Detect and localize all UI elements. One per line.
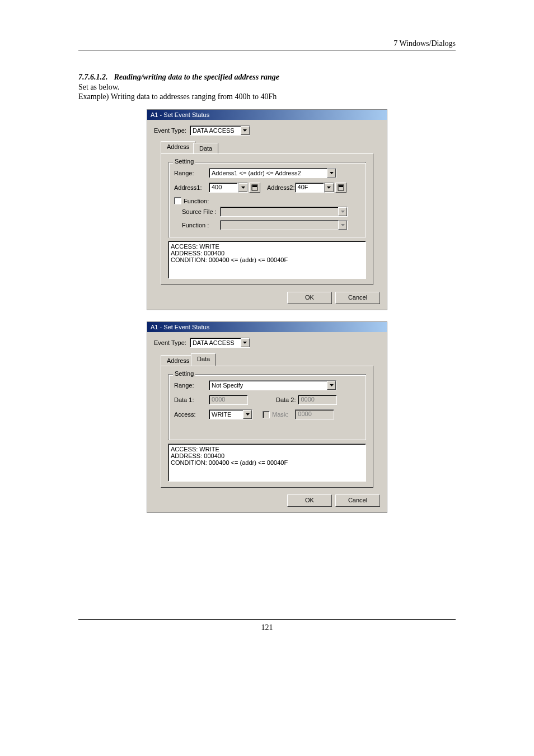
address2-label: Address2: <box>267 184 295 191</box>
header-rule <box>78 50 456 50</box>
data1-label: Data 1: <box>174 396 209 403</box>
chevron-down-icon[interactable] <box>243 410 252 419</box>
function-checkbox[interactable] <box>174 197 181 204</box>
event-type-select[interactable]: DATA ACCESS <box>190 338 250 348</box>
calculator-icon[interactable] <box>335 183 346 193</box>
chevron-down-icon[interactable] <box>325 183 334 192</box>
address1-label: Address1: <box>174 184 209 191</box>
event-type-label: Event Type: <box>154 127 186 134</box>
header-chapter: 7 Windows/Dialogs <box>78 39 456 48</box>
dialog-address-tab: A1 - Set Event Status Event Type: DATA A… <box>147 109 387 310</box>
cancel-button[interactable]: Cancel <box>335 292 380 304</box>
section-number: 7.7.6.1.2. <box>78 73 112 82</box>
tab-data[interactable]: Data <box>191 353 216 366</box>
dialog-titlebar: A1 - Set Event Status <box>147 110 387 120</box>
mask-checkbox <box>263 411 270 418</box>
function-select <box>220 220 348 230</box>
access-select[interactable]: WRITE <box>209 409 252 419</box>
event-type-select[interactable]: DATA ACCESS <box>190 125 250 136</box>
address1-input[interactable]: 400 <box>209 183 238 193</box>
chevron-down-icon <box>338 207 347 216</box>
chevron-down-icon[interactable] <box>241 338 250 347</box>
range-label: Range: <box>174 170 209 176</box>
dialog-titlebar: A1 - Set Event Status <box>147 322 387 332</box>
event-type-value: DATA ACCESS <box>190 339 241 346</box>
chevron-down-icon[interactable] <box>238 183 247 192</box>
ok-button[interactable]: OK <box>287 494 332 507</box>
mask-input: 0000 <box>295 409 334 419</box>
address2-unit-select[interactable] <box>324 183 334 193</box>
access-label: Access: <box>174 411 209 418</box>
range-select[interactable]: Adderss1 <= (addr) <= Address2 <box>209 168 336 178</box>
access-value: WRITE <box>209 411 243 418</box>
range-value: Adderss1 <= (addr) <= Address2 <box>209 170 327 176</box>
paragraph-line-1: Set as below. <box>78 83 456 92</box>
tab-address[interactable]: Address <box>161 355 195 366</box>
group-title: Setting <box>173 158 195 165</box>
range-value: Not Specify <box>209 382 327 389</box>
function-label: Function : <box>182 222 220 228</box>
dialog-data-tab: A1 - Set Event Status Event Type: DATA A… <box>147 321 387 513</box>
footer-rule <box>78 619 456 620</box>
chevron-down-icon[interactable] <box>241 126 250 135</box>
data2-input: 0000 <box>298 395 337 405</box>
section-title: Reading/writing data to the specified ad… <box>114 73 280 81</box>
page-number: 121 <box>78 623 456 632</box>
event-type-label: Event Type: <box>154 339 186 346</box>
mask-label: Mask: <box>272 411 288 418</box>
calculator-icon[interactable] <box>249 183 260 193</box>
svg-rect-1 <box>252 185 257 187</box>
ok-button[interactable]: OK <box>287 292 332 304</box>
source-file-select <box>220 207 348 217</box>
data2-label: Data 2: <box>276 396 296 403</box>
range-label: Range: <box>174 382 209 389</box>
tab-address[interactable]: Address <box>161 141 195 153</box>
tab-data[interactable]: Data <box>193 143 218 153</box>
chevron-down-icon <box>338 221 347 230</box>
address1-unit-select[interactable] <box>238 183 248 193</box>
data1-input: 0000 <box>209 395 248 405</box>
function-check-label: Function: <box>184 198 209 204</box>
chevron-down-icon[interactable] <box>327 169 336 178</box>
summary-box: ACCESS: WRITE ADDRESS: 000400 CONDITION:… <box>168 444 366 482</box>
group-title: Setting <box>173 370 195 377</box>
paragraph-line-2: Example) Writing data to addresses rangi… <box>78 92 456 101</box>
range-select[interactable]: Not Specify <box>209 380 336 390</box>
summary-box: ACCESS: WRITE ADDRESS: 000400 CONDITION:… <box>168 241 366 279</box>
chevron-down-icon[interactable] <box>327 381 336 390</box>
section-heading: 7.7.6.1.2. Reading/writing data to the s… <box>78 73 456 82</box>
source-file-label: Source File : <box>182 208 220 215</box>
svg-rect-3 <box>339 185 343 187</box>
event-type-value: DATA ACCESS <box>190 127 241 134</box>
cancel-button[interactable]: Cancel <box>335 494 380 507</box>
address2-input[interactable]: 40F <box>295 183 324 193</box>
